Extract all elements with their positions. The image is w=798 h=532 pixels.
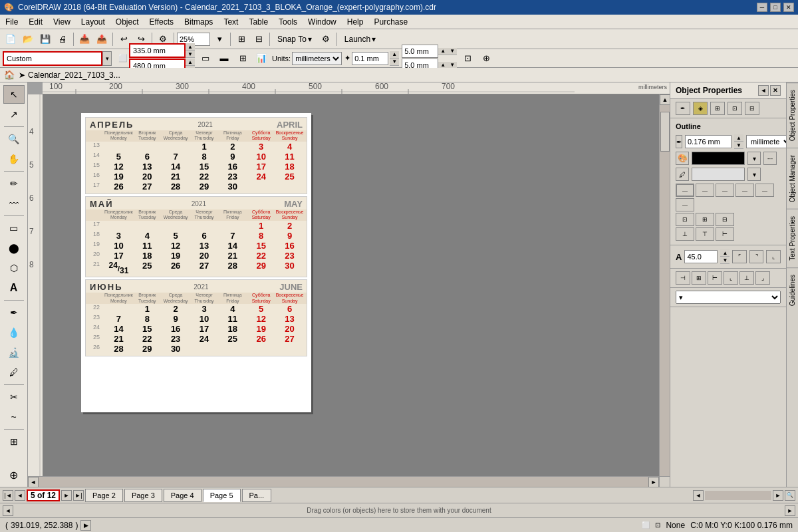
- menu-window[interactable]: Window: [303, 16, 342, 28]
- add-page-btn[interactable]: ⊕: [478, 51, 494, 66]
- align-tr[interactable]: ⌞: [766, 250, 781, 263]
- w2-down[interactable]: ▼: [448, 48, 457, 55]
- coords-expand[interactable]: ▶: [80, 520, 91, 531]
- outline-color-swatch[interactable]: [692, 152, 745, 165]
- tab-object-manager[interactable]: Object Manager: [787, 148, 798, 209]
- page-options-btn[interactable]: ⊞: [235, 51, 251, 66]
- zoom-out-btn[interactable]: 🔍: [785, 490, 795, 501]
- smear-tool[interactable]: ~: [3, 408, 25, 426]
- panel-collapse-btn[interactable]: ◄: [758, 85, 769, 96]
- line-style-5[interactable]: —: [755, 184, 774, 197]
- contract-btn[interactable]: ⊟: [745, 102, 759, 115]
- save-button[interactable]: 💾: [37, 31, 53, 47]
- font-down[interactable]: ▼: [720, 257, 730, 264]
- scale-btn[interactable]: ⊡: [460, 51, 475, 66]
- color-scheme-select[interactable]: ▾: [676, 291, 781, 304]
- text-tool[interactable]: A: [3, 279, 25, 297]
- close-button[interactable]: ✕: [783, 3, 794, 12]
- font-size-input[interactable]: [684, 250, 718, 263]
- maximize-button[interactable]: □: [770, 3, 781, 12]
- minimize-button[interactable]: ─: [757, 3, 767, 12]
- fill-icon[interactable]: ◈: [693, 102, 708, 115]
- align-center[interactable]: ⊞: [696, 213, 714, 226]
- menu-bitmaps[interactable]: Bitmaps: [179, 16, 218, 28]
- align-tc[interactable]: ⌝: [749, 250, 764, 263]
- tab-object-properties[interactable]: Object Properties: [787, 82, 798, 148]
- outline-thickness-input[interactable]: [685, 135, 732, 148]
- calligraphy-tool[interactable]: ✒: [3, 303, 25, 322]
- w2-input[interactable]: [402, 45, 438, 58]
- width-input[interactable]: [129, 43, 186, 58]
- thickness-up[interactable]: ▲: [734, 134, 743, 142]
- view-btn2[interactable]: ⊟: [251, 31, 267, 47]
- align-bl[interactable]: ⌞: [724, 271, 738, 285]
- menu-view[interactable]: View: [48, 16, 76, 28]
- print-button[interactable]: 🖨: [55, 31, 70, 47]
- preset-dropdown[interactable]: ▾: [102, 51, 112, 66]
- menu-effects[interactable]: Effects: [144, 16, 179, 28]
- menu-text[interactable]: Text: [218, 16, 243, 28]
- align-br[interactable]: ⌟: [755, 271, 770, 285]
- next-page-btn[interactable]: ►: [61, 490, 72, 501]
- menu-file[interactable]: File: [0, 16, 23, 28]
- align-bc[interactable]: ⊥: [739, 271, 754, 285]
- tab-guidelines[interactable]: Guidelines: [787, 267, 798, 313]
- page-tab-5[interactable]: Page 5: [203, 489, 241, 502]
- color-dropdown[interactable]: ▾: [747, 152, 761, 165]
- menu-help[interactable]: Help: [342, 16, 369, 28]
- prev-page-btn[interactable]: ◄: [15, 490, 25, 501]
- last-page-btn[interactable]: ►|: [73, 490, 84, 501]
- page-border-btn[interactable]: 📊: [253, 51, 269, 66]
- fill-dropdown[interactable]: ▾: [747, 168, 761, 181]
- fill-tool[interactable]: 💧: [3, 323, 25, 342]
- nudge-up[interactable]: ▲: [390, 51, 399, 59]
- ellipse-tool[interactable]: ⬤: [3, 239, 25, 257]
- line-style-4[interactable]: —: [735, 184, 754, 197]
- smart-draw-tool[interactable]: 〰: [3, 194, 25, 213]
- menu-table[interactable]: Table: [243, 16, 273, 28]
- fill-color-swatch[interactable]: [692, 168, 745, 181]
- color-eyedropper[interactable]: 🔬: [3, 343, 25, 362]
- outline-tool[interactable]: 🖊: [3, 363, 25, 382]
- freehand-tool[interactable]: ✏: [3, 174, 25, 193]
- page-tab-more[interactable]: Pa...: [242, 489, 272, 502]
- add-page-nav[interactable]: ⊕: [3, 466, 25, 484]
- select-tool[interactable]: ↖: [3, 85, 25, 104]
- units-select[interactable]: millimeters: [292, 52, 342, 65]
- menu-object[interactable]: Object: [110, 16, 144, 28]
- align-ml[interactable]: ⊣: [676, 271, 690, 285]
- thickness-down[interactable]: ▼: [734, 142, 743, 149]
- import-button[interactable]: 📥: [76, 31, 92, 47]
- zoom-dropdown[interactable]: ▾: [211, 31, 227, 47]
- more-opt-3[interactable]: ⊢: [716, 227, 734, 241]
- menu-layout[interactable]: Layout: [76, 16, 110, 28]
- panel-close-btn[interactable]: ✕: [770, 85, 781, 96]
- height-up[interactable]: ▲: [186, 59, 195, 66]
- width-down[interactable]: ▼: [186, 51, 195, 58]
- menu-purchase[interactable]: Purchase: [368, 16, 413, 28]
- scroll-right-btn[interactable]: ►: [648, 477, 659, 487]
- width-up[interactable]: ▲: [186, 43, 195, 51]
- align-inside[interactable]: ⊟: [716, 213, 734, 226]
- menu-tools[interactable]: Tools: [273, 16, 303, 28]
- rectangle-tool[interactable]: ▭: [3, 219, 25, 237]
- polygon-tool[interactable]: ⬡: [3, 259, 25, 277]
- palette-left[interactable]: ◄: [3, 505, 13, 516]
- line-style-1[interactable]: —: [676, 184, 694, 197]
- page-tab-3[interactable]: Page 3: [124, 489, 162, 502]
- crop-tool[interactable]: ✂: [3, 388, 25, 406]
- line-style-2[interactable]: —: [696, 184, 714, 197]
- more-opt-2[interactable]: ⊤: [696, 227, 714, 241]
- font-up[interactable]: ▲: [720, 249, 730, 257]
- page-tab-4[interactable]: Page 4: [164, 489, 201, 502]
- home-btn[interactable]: 🏠: [3, 68, 16, 82]
- palette-right[interactable]: ►: [785, 505, 795, 516]
- pen-icon[interactable]: ✒: [676, 102, 690, 115]
- nudge-input[interactable]: [352, 52, 388, 65]
- snap-settings[interactable]: ⚙: [318, 31, 334, 47]
- line-style-6[interactable]: —: [676, 198, 694, 211]
- tab-text-properties[interactable]: Text Properties: [787, 209, 798, 267]
- scroll-up-btn[interactable]: ▲: [660, 94, 670, 105]
- zoom-tool[interactable]: 🔍: [3, 130, 25, 148]
- connector-tool[interactable]: ⊞: [3, 432, 25, 451]
